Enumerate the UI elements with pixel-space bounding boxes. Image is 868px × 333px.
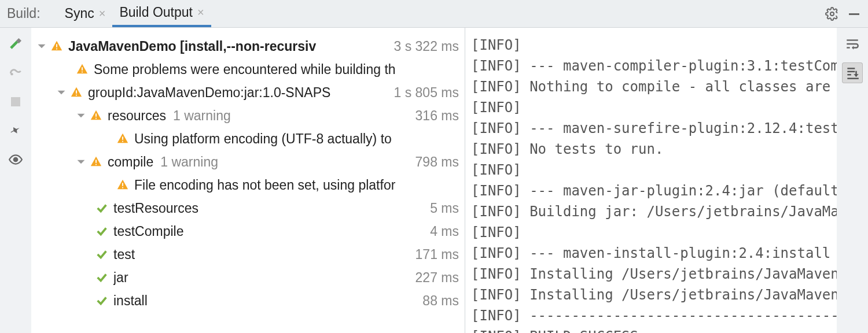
build-header: Build: Sync × Build Output × [0,0,868,28]
svg-rect-4 [11,97,20,106]
console-line: [INFO] ---------------------------------… [471,305,837,326]
tree-label: resources [108,108,166,124]
svg-rect-18 [122,183,123,186]
tree-time: 227 ms [415,270,459,286]
tab-label: Sync [65,6,94,21]
check-icon [94,248,110,261]
tree-note: 1 warning [160,154,218,170]
tree-row-compile[interactable]: compile 1 warning 798 ms [31,150,465,173]
tree-row-install[interactable]: install 88 ms [31,289,465,312]
tree-time: 1 s 805 ms [394,85,459,101]
svg-rect-6 [56,44,57,47]
build-label: Build: [7,6,41,21]
warning-icon [74,63,90,76]
tree-time: 3 s 322 ms [394,39,459,54]
build-tree: JavaMavenDemo [install,--non-recursiv 3 … [31,28,465,333]
svg-rect-13 [95,118,97,119]
tree-label: testResources [113,201,198,216]
console-line: [INFO] --- maven-surefire-plugin:2.12.4:… [471,118,837,139]
stop-icon[interactable] [5,91,26,112]
console-line: [INFO] BUILD SUCCESS [471,326,837,333]
warning-icon [88,156,104,168]
tree-label: Using platform encoding (UTF-8 actually)… [134,131,392,147]
tree-row-testresources[interactable]: testResources 5 ms [31,197,465,220]
console-line: [INFO] Installing /Users/jetbrains/JavaM… [471,284,837,305]
tree-row-warning[interactable]: File encoding has not been set, using pl… [31,173,465,197]
tree-label: jar [113,270,128,286]
soft-wrap-icon[interactable] [842,34,863,54]
svg-rect-17 [95,164,97,165]
tree-label: testCompile [113,224,183,239]
tree-row-module[interactable]: groupId:JavaMavenDemo:jar:1.0-SNAPS 1 s … [31,81,465,104]
close-icon[interactable]: × [197,6,204,19]
tree-row-warning[interactable]: Some problems were encountered while bui… [31,58,465,81]
scroll-to-end-icon[interactable] [842,62,863,83]
svg-rect-15 [122,141,123,142]
eye-icon[interactable] [5,149,26,170]
svg-rect-12 [95,113,97,117]
tab-sync[interactable]: Sync × [58,0,113,27]
tree-label: install [113,293,148,309]
warning-icon [88,109,104,122]
tree-row-test[interactable]: test 171 ms [31,243,465,266]
console-output[interactable]: [INFO] [INFO] --- maven-compiler-plugin:… [465,28,837,333]
build-icon[interactable] [5,34,26,54]
tree-label: Some problems were encountered while bui… [94,62,396,77]
tree-label: groupId:JavaMavenDemo:jar:1.0-SNAPS [88,85,330,101]
tree-row-warning[interactable]: Using platform encoding (UTF-8 actually)… [31,127,465,150]
warning-icon [115,132,131,145]
tree-time: 5 ms [430,201,459,216]
console-line: [INFO] [471,35,837,56]
tab-build-output[interactable]: Build Output × [112,0,211,27]
gear-icon[interactable] [825,7,839,21]
debug-icon[interactable] [5,62,26,83]
tab-label: Build Output [119,5,193,20]
console-line: [INFO] Building jar: /Users/jetbrains/Ja… [471,201,837,222]
tree-row-project[interactable]: JavaMavenDemo [install,--non-recursiv 3 … [31,35,465,58]
svg-rect-11 [76,95,77,96]
tree-label: JavaMavenDemo [install,--non-recursiv [68,39,316,54]
warning-icon [68,86,84,99]
console-line: [INFO] [471,160,837,180]
minimize-icon[interactable] [847,7,861,21]
svg-rect-1 [849,13,859,15]
svg-rect-16 [95,160,97,163]
right-tool-rail [837,28,868,333]
svg-rect-10 [76,90,77,94]
svg-point-5 [14,158,18,162]
warning-icon [49,40,65,53]
tree-time: 798 ms [415,154,459,170]
console-line: [INFO] --- maven-compiler-plugin:3.1:tes… [471,56,837,76]
check-icon [94,271,110,284]
check-icon [94,225,110,238]
svg-rect-14 [122,136,123,140]
left-tool-rail [0,28,31,333]
tree-row-testcompile[interactable]: testCompile 4 ms [31,220,465,243]
svg-rect-9 [82,72,83,73]
console-line: [INFO] Installing /Users/jetbrains/JavaM… [471,264,837,284]
tree-row-resources[interactable]: resources 1 warning 316 ms [31,104,465,127]
tree-note: 1 warning [173,108,231,124]
svg-point-0 [830,12,834,16]
check-icon [94,202,110,214]
console-line: [INFO] --- maven-jar-plugin:2.4:jar (def… [471,180,837,201]
chevron-down-icon[interactable] [35,39,49,53]
pin-icon[interactable] [5,120,26,141]
svg-rect-8 [82,67,83,71]
chevron-down-icon[interactable] [74,155,88,169]
chevron-down-icon[interactable] [54,86,68,99]
svg-rect-7 [56,49,57,50]
warning-icon [115,179,131,191]
tree-time: 4 ms [430,224,459,239]
tree-label: test [113,247,135,262]
tree-time: 316 ms [415,108,459,124]
svg-point-3 [10,73,13,75]
close-icon[interactable]: × [99,7,106,20]
tree-time: 88 ms [422,293,459,309]
console-line: [INFO] Nothing to compile - all classes … [471,76,837,97]
tree-label: File encoding has not been set, using pl… [134,177,395,193]
tree-row-jar[interactable]: jar 227 ms [31,266,465,289]
tree-label: compile [108,154,153,170]
console-line: [INFO] --- maven-install-plugin:2.4:inst… [471,243,837,264]
chevron-down-icon[interactable] [74,109,88,123]
